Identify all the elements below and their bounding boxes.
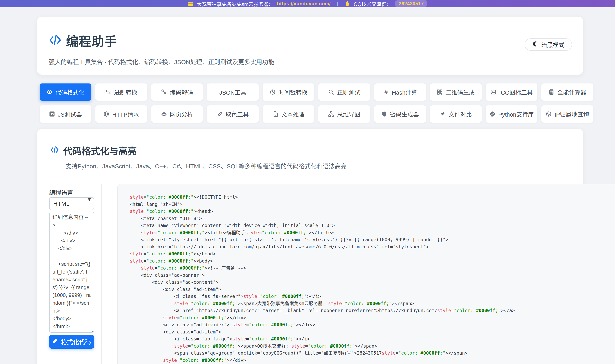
code-line: <meta charset="UTF-8"> <box>130 215 615 222</box>
tool-button-hash[interactable]: #Hash计算 <box>374 83 426 101</box>
tool-label: JSON工具 <box>219 88 246 96</box>
section-subtitle: 支持Python、JavaScript、Java、C++、C#、HTML、CSS… <box>66 161 347 170</box>
tool-label: 二维码生成 <box>446 88 475 96</box>
code-line: <span class="qq-group" onclick="copyQQGr… <box>130 350 615 357</box>
column-divider <box>101 184 102 364</box>
tool-button-globe-asia[interactable]: IP归属地查询 <box>541 105 593 123</box>
tool-button-file[interactable]: 文本处理 <box>263 105 314 123</box>
tool-button-search[interactable]: 正则测试 <box>318 83 370 101</box>
section-title: 代码格式化与高亮 <box>63 144 137 157</box>
tool-button-eyedropper[interactable]: 取色工具 <box>207 105 259 123</box>
code-line: <div class="ad-divider">|style="color: #… <box>130 321 615 328</box>
code-input-textarea[interactable]: 详细信息内容 --> </div> </div> </div> <script … <box>49 212 94 333</box>
tool-button-image[interactable]: ICO图标工具 <box>486 83 537 101</box>
search-icon <box>328 89 334 95</box>
header-card: 编程助手 强大的编程工具集合 - 代码格式化、编码转换、JSON处理、正则测试及… <box>37 17 583 75</box>
tool-button-item-3[interactable]: JSON工具 <box>207 83 259 101</box>
code-output-panel[interactable]: style="color: #0000ff;"><!DOCTYPE html><… <box>117 184 615 364</box>
page-subtitle: 强大的编程工具集合 - 代码格式化、编码转换、JSON处理、正则测试及更多实用功… <box>49 57 571 66</box>
globe-icon <box>103 111 109 117</box>
tool-button-code[interactable]: 代码格式化 <box>40 83 91 101</box>
format-code-label: 格式化代码 <box>61 337 91 346</box>
code-line: <i class="fas fa-server">style="color: #… <box>130 293 615 300</box>
format-code-button[interactable]: 格式化代码 <box>49 335 94 349</box>
tool-button-calculator[interactable]: 全能计算器 <box>541 83 593 101</box>
tool-label: 全能计算器 <box>557 88 586 96</box>
code-line: style="color: #0000ff;"><span>QQ技术交流群: s… <box>130 343 615 350</box>
page-title: 编程助手 <box>66 32 117 50</box>
tool-button-spider[interactable]: 网页分析 <box>151 105 203 123</box>
code-line: <link rel="stylesheet" href="{{ url_for(… <box>130 236 615 243</box>
tool-label: 正则测试 <box>337 88 360 96</box>
tool-label: 文件对比 <box>448 110 472 118</box>
dark-mode-label: 暗黑模式 <box>541 40 564 49</box>
server-icon <box>188 1 193 6</box>
code-line: style="color: #0000ff;"><span>大宽带独享免备案免s… <box>130 300 615 307</box>
globe-asia-icon <box>545 111 552 117</box>
qq-group-badge[interactable]: 262430517 <box>395 0 427 7</box>
code-line: style="color: #0000ff;"><head> <box>130 208 615 215</box>
section-divider <box>48 175 572 175</box>
tool-label: HTTP请求 <box>112 110 139 118</box>
shield-icon <box>381 111 387 117</box>
code-line: <a href="https://xunduyun.com/" target="… <box>130 307 615 314</box>
tool-button-not-equal[interactable]: ≠文件对比 <box>430 105 482 123</box>
not-equal-icon: ≠ <box>440 111 446 117</box>
code-line: <i class="fab fa-qq">style="color: #0000… <box>130 336 615 343</box>
tool-button-sitemap[interactable]: 思维导图 <box>318 105 370 123</box>
language-select[interactable]: HTML ▼ <box>49 197 94 210</box>
tool-label: Hash计算 <box>392 88 417 96</box>
tool-button-globe[interactable]: HTTP请求 <box>95 105 147 123</box>
python-icon <box>489 111 495 117</box>
tool-label: Python支持库 <box>498 110 534 118</box>
code-line: <meta name="viewport" content="width=dev… <box>130 222 615 229</box>
ad-server-link[interactable]: https://xunduyun.com/ <box>277 1 331 7</box>
tool-label: JS测试器 <box>58 110 82 118</box>
key-icon <box>161 89 167 95</box>
tools-grid: 代码格式化进制转换编码解码JSON工具时间戳转换正则测试#Hash计算二维码生成… <box>40 83 593 123</box>
hash-icon: # <box>383 89 389 95</box>
tool-label: 文本处理 <box>281 110 305 118</box>
code-line: <html lang="zh-CN"> <box>130 201 615 208</box>
chevron-down-icon: ▼ <box>87 197 92 202</box>
eyedropper-icon <box>217 111 223 117</box>
file-icon <box>273 111 279 117</box>
exchange-icon <box>105 89 111 95</box>
spider-icon <box>161 111 167 117</box>
ad-server-label: 大宽带独享免备案免sm云服务器： <box>197 0 273 7</box>
tool-label: 密码生成器 <box>390 110 419 118</box>
code-line: <div class="ad-content"> <box>130 279 615 286</box>
tool-button-js[interactable]: JSJS测试器 <box>40 105 91 123</box>
tool-label: IP归属地查询 <box>554 110 589 118</box>
tool-label: 编码解码 <box>170 88 193 96</box>
tool-button-qrcode[interactable]: 二维码生成 <box>430 83 482 101</box>
highlighted-code: style="color: #0000ff;"><!DOCTYPE html><… <box>130 194 615 364</box>
tool-label: 取色工具 <box>226 110 249 118</box>
code-line: style="color: #0000ff;"></div> <box>130 314 615 322</box>
code-line: <div class="ad-item"> <box>130 286 615 293</box>
tool-label: 进制转换 <box>114 88 137 96</box>
tool-label: 网页分析 <box>170 110 193 118</box>
calculator-icon <box>548 89 554 95</box>
code-line: style="color: #0000ff;"><!-- 广告条 --> <box>130 265 615 272</box>
tool-button-shield[interactable]: 密码生成器 <box>374 105 426 123</box>
tool-button-clock[interactable]: 时间戳转换 <box>263 83 314 101</box>
tool-button-python[interactable]: Python支持库 <box>486 105 537 123</box>
tool-label: 时间戳转换 <box>279 88 308 96</box>
dark-mode-button[interactable]: 暗黑模式 <box>525 38 572 51</box>
code-icon <box>49 34 62 47</box>
code-icon <box>47 89 53 95</box>
ad-banner: 大宽带独享免备案免sm云服务器： https://xunduyun.com/ |… <box>0 0 615 7</box>
tool-label: 思维导图 <box>337 110 360 118</box>
code-line: style="color: #0000ff;"><body> <box>130 258 615 265</box>
tool-button-key[interactable]: 编码解码 <box>151 83 203 101</box>
clock-icon <box>270 89 276 95</box>
tool-button-exchange[interactable]: 进制转换 <box>95 83 147 101</box>
code-line: <div class="ad-banner"> <box>130 272 615 279</box>
sitemap-icon <box>328 111 334 117</box>
qq-icon <box>345 1 350 6</box>
tool-label: ICO图标工具 <box>499 88 533 96</box>
js-icon: JS <box>49 111 55 117</box>
language-label: 编程语言: <box>49 188 75 196</box>
tool-label: 代码格式化 <box>56 88 84 96</box>
